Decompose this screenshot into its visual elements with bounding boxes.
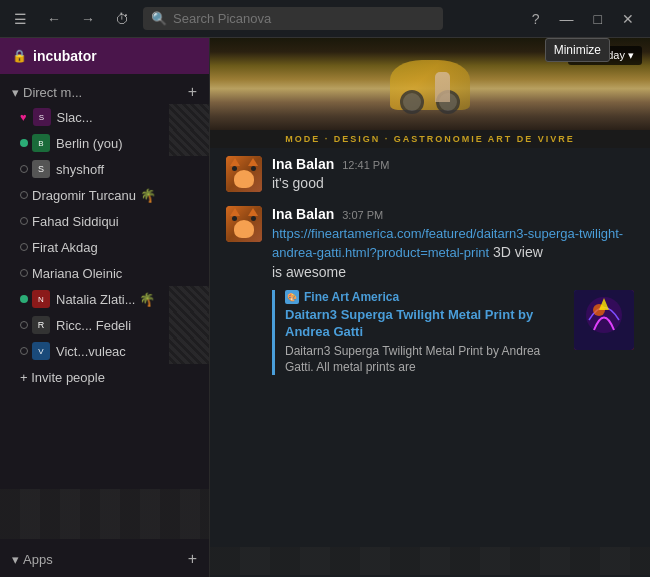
back-button[interactable]: ← [41,7,67,31]
link-preview-text: 🎨 Fine Art America Daitarn3 Superga Twil… [285,290,564,375]
status-dot-offline [20,321,28,329]
message-time: 12:41 PM [342,159,389,171]
workspace-name: incubator [33,48,97,64]
search-bar[interactable]: 🔍 [143,7,443,30]
fox-avatar [226,156,262,192]
section-title-dm: ▾ Direct m... [12,85,82,100]
sidebar-item-fahad[interactable]: Fahad Siddiqui [0,208,209,234]
fox-ear-right-2 [248,208,258,216]
sidebar-item-slackbot[interactable]: ♥ S Slac... [0,104,209,130]
hamburger-button[interactable]: ☰ [8,7,33,31]
search-input[interactable] [173,11,435,26]
main-layout: 🔒 incubator ▾ Direct m... + ♥ S Slac... [0,38,650,577]
avatar-victoria: V [32,342,50,360]
status-dot-offline [20,243,28,251]
message-content-2: Ina Balan 3:07 PM https://fineartamerica… [272,206,634,376]
fox-ear-left-2 [230,208,240,216]
close-button[interactable]: ✕ [614,7,642,31]
fox-avatar-2 [226,206,262,242]
history-button[interactable]: ⏱ [109,7,135,31]
sidebar-item-label: shyshoff [56,162,197,177]
titlebar-right: ? — □ ✕ [524,7,642,31]
message-sender: Ina Balan [272,156,334,172]
blur-overlay [169,130,209,156]
message-sender-2: Ina Balan [272,206,334,222]
avatar-ina-1 [226,156,262,192]
sidebar-item-dragomir[interactable]: Dragomir Turcanu 🌴 [0,182,209,208]
link-preview: 🎨 Fine Art America Daitarn3 Superga Twil… [272,290,634,375]
link-preview-description: Daitarn3 Superga Twilight Metal Print by… [285,344,564,375]
blur-overlay [169,338,209,364]
link-preview-source: 🎨 Fine Art America [285,290,564,304]
help-button[interactable]: ? [524,7,548,31]
avatar-natalia: N [32,290,50,308]
fox-ear-left [230,158,240,166]
link-preview-title[interactable]: Daitarn3 Superga Twilight Metal Print by… [285,307,564,341]
message-text-2: https://fineartamerica.com/featured/dait… [272,224,634,283]
apps-header[interactable]: ▾ Apps + [0,547,209,571]
title-bar: ☰ ← → ⏱ 🔍 ? — □ ✕ Minimize [0,0,650,38]
apps-section: ▾ Apps + [0,541,209,577]
sidebar-item-riccardo[interactable]: R Ricc... Fedeli [0,312,209,338]
sidebar: 🔒 incubator ▾ Direct m... + ♥ S Slac... [0,38,210,577]
workspace-header[interactable]: 🔒 incubator [0,38,209,74]
titlebar-left: ☰ ← → ⏱ [8,7,135,31]
status-dot-offline [20,217,28,225]
search-icon: 🔍 [151,11,167,26]
add-dm-button[interactable]: + [188,84,197,100]
message-group-1: Ina Balan 12:41 PM it's good [226,156,634,194]
blur-overlay [169,286,209,312]
message-header-1: Ina Balan 12:41 PM [272,156,634,172]
chevron-down-icon: ▾ [12,85,19,100]
lock-icon: 🔒 [12,49,27,63]
status-dot-offline [20,269,28,277]
sidebar-item-label: Fahad Siddiqui [32,214,197,229]
link-preview-image [574,290,634,350]
sidebar-item-label: Mariana Oleinic [32,266,197,281]
sidebar-item-shyshoff[interactable]: S shyshoff [0,156,209,182]
forward-button[interactable]: → [75,7,101,31]
avatar-ina-2 [226,206,262,242]
direct-messages-section: ▾ Direct m... + ♥ S Slac... B Berlin (yo… [0,74,209,396]
status-dot-offline [20,191,28,199]
section-title-apps: ▾ Apps [12,552,53,567]
fine-art-icon: 🎨 [285,290,299,304]
add-app-button[interactable]: + [188,551,197,567]
avatar-riccardo: R [32,316,50,334]
sidebar-item-firat[interactable]: Firat Akdag [0,234,209,260]
maximize-button[interactable]: □ [586,7,610,31]
status-dot-online [20,295,28,303]
status-dot-online [20,139,28,147]
message-content-1: Ina Balan 12:41 PM it's good [272,156,634,194]
status-dot-offline [20,165,28,173]
avatar-berlin: B [32,134,50,152]
messages-container[interactable]: Ina Balan 12:41 PM it's good [210,148,650,545]
avatar-slackbot: S [33,108,51,126]
banner-text: MODE · DESIGN · GASTRONOMIE ART DE VIVRE [210,130,650,148]
sidebar-item-invite[interactable]: + Invite people [0,364,209,390]
sidebar-item-label: + Invite people [20,370,197,385]
message-group-2: Ina Balan 3:07 PM https://fineartamerica… [226,206,634,376]
minimize-button[interactable]: — [552,7,582,31]
sidebar-item-label: Dragomir Turcanu 🌴 [32,188,197,203]
message-link[interactable]: https://fineartamerica.com/featured/dait… [272,226,623,261]
message-text-1: it's good [272,174,634,194]
sidebar-item-mariana[interactable]: Mariana Oleinic [0,260,209,286]
sidebar-item-label: Firat Akdag [32,240,197,255]
minimize-tooltip: Minimize [545,38,610,62]
blur-overlay [169,312,209,338]
direct-messages-header[interactable]: ▾ Direct m... + [0,80,209,104]
message-time-2: 3:07 PM [342,209,383,221]
sidebar-item-natalia[interactable]: N Natalia Zlati... 🌴 [0,286,209,312]
heart-icon: ♥ [20,111,27,123]
message-link-suffix: 3D view [493,244,543,260]
sidebar-item-berlin[interactable]: B Berlin (you) [0,130,209,156]
blur-overlay [169,104,209,130]
chat-area: MODE · DESIGN · GASTRONOMIE ART DE VIVRE… [210,38,650,577]
status-dot-offline [20,347,28,355]
chevron-down-icon: ▾ [12,552,19,567]
avatar-shyshoff: S [32,160,50,178]
fox-ear-right [248,158,258,166]
sidebar-item-victoria[interactable]: V Vict...vuleac [0,338,209,364]
message-header-2: Ina Balan 3:07 PM [272,206,634,222]
